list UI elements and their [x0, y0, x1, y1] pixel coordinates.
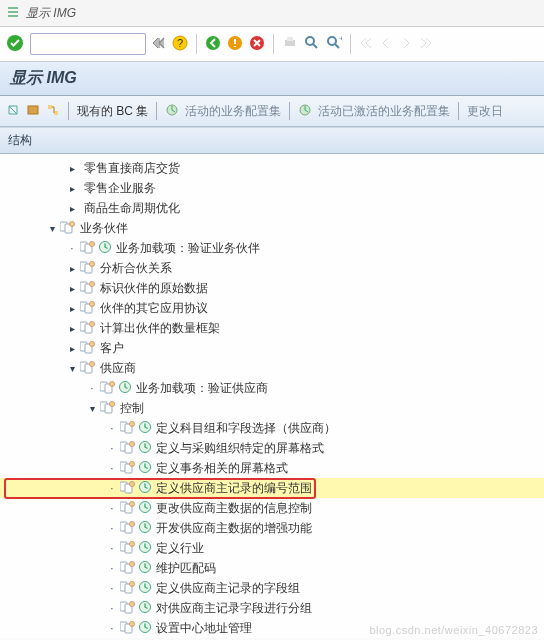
change-log-link[interactable]: 更改日	[467, 103, 503, 120]
doc-pair-icon[interactable]	[120, 480, 136, 497]
tree-row[interactable]: ·维护匹配码	[0, 558, 544, 578]
tree-label[interactable]: 伙伴的其它应用协议	[100, 300, 208, 317]
expand-subtree-icon[interactable]	[6, 103, 20, 120]
doc-pair-icon[interactable]	[120, 600, 136, 617]
doc-pair-icon[interactable]	[60, 220, 76, 237]
find-next-icon[interactable]: +	[326, 35, 342, 54]
execute-icon[interactable]	[138, 560, 152, 577]
tree-label[interactable]: 零售直接商店交货	[84, 160, 180, 177]
tree-row[interactable]: ·定义供应商主记录的字段组	[0, 578, 544, 598]
doc-pair-icon[interactable]	[120, 620, 136, 637]
help-icon[interactable]: ?	[172, 35, 188, 54]
tree-row[interactable]: ·对供应商主记录字段进行分组	[0, 598, 544, 618]
tree-row[interactable]: ▸计算出伙伴的数量框架	[0, 318, 544, 338]
execute-icon[interactable]	[138, 420, 152, 437]
prev-page-icon[interactable]	[379, 36, 393, 53]
tree-label[interactable]: 业务加载项：验证供应商	[136, 380, 268, 397]
find-icon[interactable]	[304, 35, 320, 54]
tree-row[interactable]: ▸零售直接商店交货	[0, 158, 544, 178]
tree-label[interactable]: 维护匹配码	[156, 560, 216, 577]
execute-icon[interactable]	[138, 600, 152, 617]
collapse-toggle[interactable]: ▾	[46, 223, 58, 234]
tree-label[interactable]: 设置中心地址管理	[156, 620, 252, 637]
bc-set-icon[interactable]	[165, 103, 179, 120]
tree-row[interactable]: ·定义供应商主记录的编号范围	[0, 478, 544, 498]
tree-label[interactable]: 供应商	[100, 360, 136, 377]
execute-icon[interactable]	[138, 520, 152, 537]
tree-label[interactable]: 业务加载项：验证业务伙伴	[116, 240, 260, 257]
doc-pair-icon[interactable]	[80, 240, 96, 257]
tree-row[interactable]: ▸客户	[0, 338, 544, 358]
tree-row[interactable]: ▸分析合伙关系	[0, 258, 544, 278]
collapse-toggle[interactable]: ▾	[86, 403, 98, 414]
tree-row[interactable]: ▸零售企业服务	[0, 178, 544, 198]
tree-row[interactable]: ▸伙伴的其它应用协议	[0, 298, 544, 318]
tree-label[interactable]: 更改供应商主数据的信息控制	[156, 500, 312, 517]
tree-row[interactable]: ·定义行业	[0, 538, 544, 558]
doc-pair-icon[interactable]	[100, 400, 116, 417]
execute-icon[interactable]	[138, 540, 152, 557]
activated-bc-set-link[interactable]: 活动的业务配置集	[185, 103, 281, 120]
tree-row[interactable]: ▸商品生命周期优化	[0, 198, 544, 218]
tree-label[interactable]: 对供应商主记录字段进行分组	[156, 600, 312, 617]
img-tree[interactable]: ▸零售直接商店交货▸零售企业服务▸商品生命周期优化▾业务伙伴·业务加载项：验证业…	[0, 154, 544, 638]
execute-icon[interactable]	[138, 460, 152, 477]
tree-label[interactable]: 定义供应商主记录的字段组	[156, 580, 300, 597]
execute-icon[interactable]	[118, 380, 132, 397]
tree-row[interactable]: ·定义与采购组织特定的屏幕格式	[0, 438, 544, 458]
doc-pair-icon[interactable]	[120, 500, 136, 517]
tree-label[interactable]: 定义与采购组织特定的屏幕格式	[156, 440, 324, 457]
tree-label[interactable]: 定义行业	[156, 540, 204, 557]
tree-label[interactable]: 客户	[100, 340, 124, 357]
first-page-icon[interactable]	[359, 36, 373, 53]
activated-running-link[interactable]: 活动已激活的业务配置集	[318, 103, 450, 120]
tree-row[interactable]: ▾业务伙伴	[0, 218, 544, 238]
bc-set-running-icon[interactable]	[298, 103, 312, 120]
doc-pair-icon[interactable]	[80, 340, 96, 357]
doc-pair-icon[interactable]	[100, 380, 116, 397]
doc-pair-icon[interactable]	[120, 440, 136, 457]
tree-label[interactable]: 定义科目组和字段选择（供应商）	[156, 420, 336, 437]
tree-row[interactable]: ·业务加载项：验证业务伙伴	[0, 238, 544, 258]
tree-label[interactable]: 商品生命周期优化	[84, 200, 180, 217]
menu-icon[interactable]	[6, 5, 20, 22]
tree-row[interactable]: ▾控制	[0, 398, 544, 418]
exit-icon[interactable]	[227, 35, 243, 54]
doc-pair-icon[interactable]	[120, 460, 136, 477]
doc-pair-icon[interactable]	[120, 580, 136, 597]
execute-icon[interactable]	[138, 440, 152, 457]
doc-pair-icon[interactable]	[120, 420, 136, 437]
tree-row[interactable]: ·业务加载项：验证供应商	[0, 378, 544, 398]
doc-pair-icon[interactable]	[120, 520, 136, 537]
back-icon[interactable]	[205, 35, 221, 54]
tree-row[interactable]: ·定义科目组和字段选择（供应商）	[0, 418, 544, 438]
tree-label[interactable]: 计算出伙伴的数量框架	[100, 320, 220, 337]
tree-label[interactable]: 业务伙伴	[80, 220, 128, 237]
tree-label[interactable]: 零售企业服务	[84, 180, 156, 197]
tree-row[interactable]: ·定义事务相关的屏幕格式	[0, 458, 544, 478]
execute-icon[interactable]	[138, 620, 152, 637]
execute-icon[interactable]	[138, 500, 152, 517]
last-page-icon[interactable]	[419, 36, 433, 53]
tree-label[interactable]: 定义供应商主记录的编号范围	[156, 480, 312, 497]
execute-icon[interactable]	[138, 580, 152, 597]
collapse-toggle[interactable]: ▾	[66, 363, 78, 374]
command-field[interactable]	[30, 33, 146, 55]
doc-pair-icon[interactable]	[80, 280, 96, 297]
next-page-icon[interactable]	[399, 36, 413, 53]
doc-pair-icon[interactable]	[80, 360, 96, 377]
tree-row[interactable]: ▾供应商	[0, 358, 544, 378]
doc-pair-icon[interactable]	[120, 540, 136, 557]
collapse-subtree-icon[interactable]	[26, 103, 40, 120]
bc-set-label[interactable]: 现有的 BC 集	[77, 103, 148, 120]
doc-pair-icon[interactable]	[80, 320, 96, 337]
execute-icon[interactable]	[98, 240, 112, 257]
tree-label[interactable]: 分析合伙关系	[100, 260, 172, 277]
tree-row[interactable]: ·更改供应商主数据的信息控制	[0, 498, 544, 518]
tree-label[interactable]: 定义事务相关的屏幕格式	[156, 460, 288, 477]
tree-row[interactable]: ·开发供应商主数据的增强功能	[0, 518, 544, 538]
check-icon[interactable]	[6, 34, 24, 55]
execute-icon[interactable]	[138, 480, 152, 497]
doc-pair-icon[interactable]	[80, 300, 96, 317]
tree-label[interactable]: 控制	[120, 400, 144, 417]
